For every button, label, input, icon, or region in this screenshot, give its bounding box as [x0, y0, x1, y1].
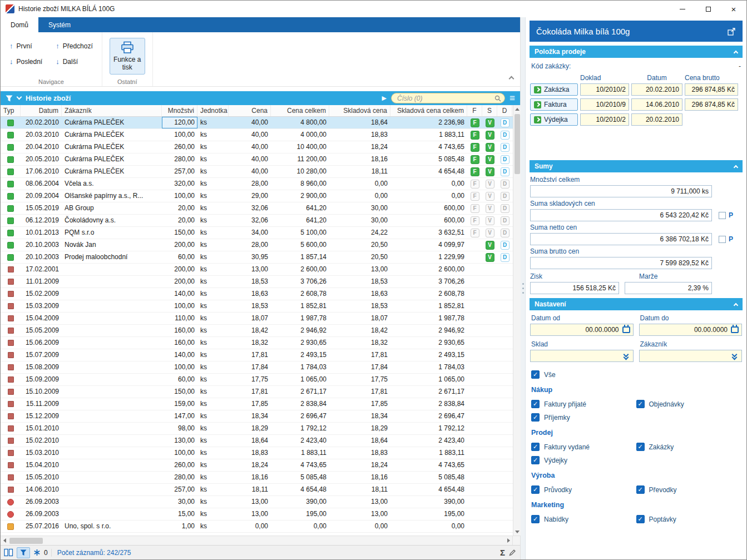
table-row[interactable]: 20.02.2010Cukrárna PALEČEK120,00ks40,004…: [1, 117, 513, 129]
dropdown-icon[interactable]: [622, 353, 630, 359]
table-row[interactable]: 15.04.2010260,00ks18,244 743,6518,244 74…: [1, 459, 513, 472]
table-row[interactable]: 06.12.2019Čokoládovny a.s.20,00ks32,0664…: [1, 215, 513, 227]
popout-icon[interactable]: [728, 27, 736, 36]
filter-icon[interactable]: [6, 95, 13, 102]
cena-brutto-value[interactable]: 296 874,85 Kč: [685, 83, 738, 96]
collapse-ribbon-button[interactable]: [509, 77, 513, 81]
table-row[interactable]: 17.06.2010Cukrárna PALEČEK257,00ks40,001…: [1, 166, 513, 178]
minimize-button[interactable]: [670, 1, 695, 17]
column-header-skladova-cena[interactable]: Skladová cena: [329, 105, 390, 116]
search-input[interactable]: [391, 93, 505, 103]
checkbox-zakazky[interactable]: ✓Zakázky: [636, 443, 741, 451]
scrollbar-thumb[interactable]: [515, 114, 520, 174]
table-row[interactable]: 20.04.2010Cukrárna PALEČEK260,00ks40,001…: [1, 141, 513, 153]
tab-system[interactable]: Systém: [38, 17, 81, 32]
functions-print-button[interactable]: Funkce a tisk: [110, 38, 145, 75]
table-row[interactable]: 15.04.2009110,00ks18,071 987,7818,071 98…: [1, 313, 513, 325]
table-row[interactable]: 26.09.200315,00ks13,00195,0013,00195,00: [1, 508, 513, 521]
last-button[interactable]: ↓Poslední: [7, 54, 44, 68]
collapse-section-icon[interactable]: [734, 165, 738, 169]
table-row[interactable]: 15.01.201098,00ks18,291 792,1218,291 792…: [1, 423, 513, 435]
scroll-left-button[interactable]: [1, 537, 8, 544]
table-row[interactable]: 15.05.2009160,00ks18,422 946,9218,422 94…: [1, 325, 513, 337]
table-row[interactable]: 15.10.2009150,00ks17,812 671,1717,812 67…: [1, 386, 513, 398]
collapse-section-icon[interactable]: [734, 50, 738, 54]
table-row[interactable]: 14.06.2010257,00ks18,114 654,4818,114 65…: [1, 484, 513, 496]
scroll-up-button[interactable]: [513, 105, 521, 113]
p-checkbox[interactable]: P: [719, 211, 733, 219]
table-row[interactable]: 15.06.2009160,00ks18,322 930,6518,322 93…: [1, 337, 513, 349]
datum-do-field[interactable]: 00.00.0000: [639, 324, 743, 336]
column-header-f[interactable]: F: [467, 105, 482, 116]
previous-button[interactable]: ↑Předchozí: [53, 39, 95, 53]
calendar-icon[interactable]: [731, 326, 739, 333]
sklad-select[interactable]: [530, 350, 634, 362]
next-button[interactable]: ↓Další: [53, 54, 95, 68]
close-button[interactable]: ×: [721, 1, 746, 17]
first-button[interactable]: ↑První: [7, 39, 44, 53]
table-row[interactable]: 25.07.2016Uno, spol. s r.o.1,00ks0,000,0…: [1, 521, 513, 533]
vertical-scrollbar[interactable]: [513, 105, 521, 536]
table-row[interactable]: 15.05.2010280,00ks18,165 085,4818,165 08…: [1, 472, 513, 484]
doklad-value[interactable]: 10/2010/2: [580, 113, 629, 126]
table-row[interactable]: 15.02.2009140,00ks18,632 608,7818,632 60…: [1, 288, 513, 300]
checkbox-objednavky[interactable]: ✓Objednávky: [636, 400, 741, 408]
column-header-jednotka[interactable]: Jednotka: [197, 105, 229, 116]
column-header-skladova-cena-celkem[interactable]: Skladová cena celkem: [390, 105, 467, 116]
column-header-d[interactable]: D: [497, 105, 512, 116]
table-row[interactable]: 26.09.200330,00ks13,00390,0013,00390,00: [1, 496, 513, 508]
filter-toggle[interactable]: [17, 547, 30, 558]
vydejka-button[interactable]: Výdejka: [530, 113, 578, 126]
table-row[interactable]: 20.03.2010Cukrárna PALEČEK100,00ks40,004…: [1, 129, 513, 141]
maximize-button[interactable]: [695, 1, 721, 17]
column-header-cena-celkem[interactable]: Cena celkem: [271, 105, 329, 116]
table-row[interactable]: 20.05.2010Cukrárna PALEČEK280,00ks40,001…: [1, 153, 513, 166]
table-row[interactable]: 15.05.2019AB Group20,00ks32,06641,2030,0…: [1, 202, 513, 215]
checkbox-faktury-prijate[interactable]: ✓Faktury přijaté: [531, 400, 636, 408]
scroll-down-button[interactable]: [513, 528, 521, 536]
table-row[interactable]: 15.02.2010130,00ks18,642 423,4018,642 42…: [1, 435, 513, 447]
column-header-datum[interactable]: Datum: [21, 105, 62, 116]
p-checkbox[interactable]: P: [719, 235, 733, 243]
datum-value[interactable]: 20.02.2010: [631, 83, 682, 96]
checkbox-nabidky[interactable]: ✓Nabídky: [531, 515, 636, 523]
table-row[interactable]: 15.03.2010100,00ks18,831 883,1118,831 88…: [1, 447, 513, 459]
table-row[interactable]: 20.10.2003Novák Jan200,00ks28,005 600,00…: [1, 239, 513, 251]
columns-icon[interactable]: [4, 548, 13, 557]
play-icon[interactable]: ▶: [382, 95, 387, 101]
scrollbar-thumb[interactable]: [9, 538, 43, 544]
table-row[interactable]: 20.09.2004Olšanské papírny a.s., R...100…: [1, 190, 513, 202]
asterisk-icon[interactable]: [33, 549, 41, 556]
table-row[interactable]: 08.06.2004Včela a.s.320,00ks28,008 960,0…: [1, 178, 513, 190]
table-row[interactable]: 17.02.2001200,00ks13,002 600,0013,002 60…: [1, 264, 513, 276]
table-row[interactable]: 15.09.200960,00ks17,751 065,0017,751 065…: [1, 374, 513, 386]
column-header-s[interactable]: S: [482, 105, 497, 116]
table-row[interactable]: 15.12.2009147,00ks18,342 696,4718,342 69…: [1, 410, 513, 423]
table-row[interactable]: 15.08.2009100,00ks17,841 784,0317,841 78…: [1, 361, 513, 374]
dropdown-icon[interactable]: [731, 353, 739, 359]
checkbox-pruvodky[interactable]: ✓Průvodky: [531, 485, 636, 494]
cena-brutto-value[interactable]: 296 874,85 Kč: [685, 98, 738, 111]
table-row[interactable]: 15.03.2009100,00ks18,531 852,8118,531 85…: [1, 300, 513, 313]
edit-icon[interactable]: [508, 548, 517, 557]
checkbox-faktury-vydane[interactable]: ✓Faktury vydané: [531, 443, 636, 451]
datum-value[interactable]: 20.02.2010: [631, 113, 682, 126]
chevron-down-icon[interactable]: [17, 95, 22, 100]
zakaznik-select[interactable]: [639, 350, 743, 362]
checkbox-prijemky[interactable]: ✓Příjemky: [531, 413, 636, 422]
checkbox-vydejky[interactable]: ✓Výdejky: [531, 456, 636, 464]
checkbox-prevodky[interactable]: ✓Převodky: [636, 485, 741, 494]
collapse-section-icon[interactable]: [734, 303, 738, 307]
checkbox-poptavky[interactable]: ✓Poptávky: [636, 515, 741, 523]
table-row[interactable]: 15.07.2009140,00ks17,812 493,1517,812 49…: [1, 349, 513, 361]
checkbox-vse[interactable]: ✓Vše: [531, 370, 741, 379]
column-header-zakaznik[interactable]: Zákazník: [62, 105, 162, 116]
doklad-value[interactable]: 10/2010/9: [580, 98, 629, 111]
zakazka-button[interactable]: Zakázka: [530, 83, 578, 96]
scroll-right-button[interactable]: [504, 537, 512, 544]
tab-domu[interactable]: Domů: [1, 17, 38, 32]
column-header-cena[interactable]: Cena: [229, 105, 271, 116]
calendar-icon[interactable]: [622, 326, 630, 333]
datum-value[interactable]: 14.06.2010: [631, 98, 682, 111]
column-header-typ[interactable]: Typ: [1, 105, 21, 116]
